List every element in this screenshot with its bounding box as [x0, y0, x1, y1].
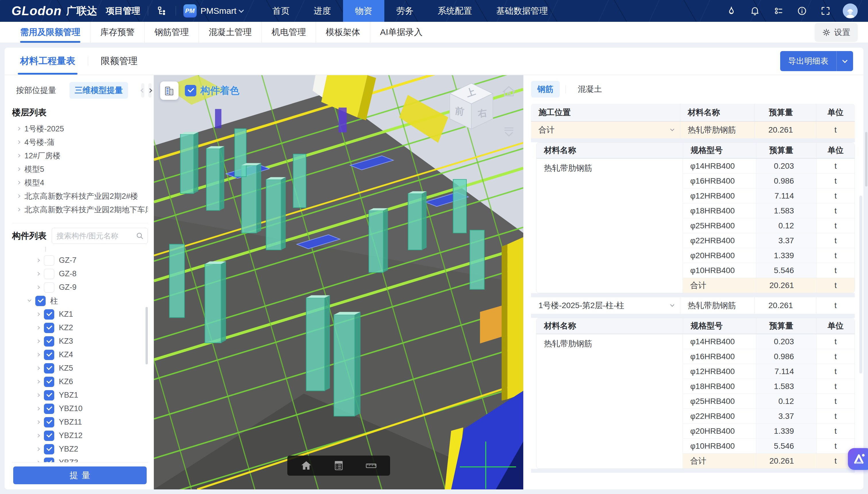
tab-stock-warning[interactable]: 库存预警	[90, 22, 144, 43]
mode-by-part[interactable]: 按部位提量	[12, 82, 60, 99]
spec-cell: φ22HRB400	[683, 409, 756, 423]
component-tree-item[interactable]: GZ-9	[12, 281, 148, 294]
checkbox[interactable]	[44, 309, 54, 320]
chevron-right-icon	[36, 434, 40, 437]
checkbox[interactable]	[44, 282, 54, 292]
component-tree-item[interactable]: KZ1	[12, 307, 148, 321]
settings-label: 设置	[834, 27, 850, 38]
component-colorize-toggle[interactable]: 构件着色	[185, 84, 239, 97]
checked-components: KZ1 KZ2 KZ3	[12, 307, 148, 462]
ai-assistant-button[interactable]	[848, 448, 868, 470]
component-tree-item[interactable]: KZ2	[12, 321, 148, 335]
component-tree-item[interactable]: GZ-7	[12, 253, 148, 267]
prev-button[interactable]	[141, 83, 144, 97]
checkbox[interactable]	[44, 269, 54, 279]
component-tree-item[interactable]: KZ6	[12, 375, 148, 388]
home-icon[interactable]	[300, 460, 312, 471]
info-icon[interactable]	[796, 5, 808, 17]
panel-scrollbar[interactable]	[860, 196, 862, 374]
navigation-cube[interactable]: 上 前 右	[447, 79, 519, 148]
nav-home[interactable]: 首页	[260, 0, 302, 22]
tab-demand-quota[interactable]: 需用及限额管理	[10, 22, 90, 43]
settings-button[interactable]: 设置	[815, 23, 858, 42]
ai-logo-icon	[851, 452, 866, 467]
tab-material-quantity[interactable]: 材料工程量表	[18, 48, 77, 75]
checkbox[interactable]	[44, 417, 54, 428]
bim-3d-viewport[interactable]: 构件着色 上 前 右	[154, 75, 523, 489]
spec-cell: φ14HRB400	[683, 334, 756, 349]
product-switcher[interactable]: PM PMSmart	[183, 0, 243, 22]
org-tree-icon[interactable]	[155, 5, 168, 17]
ruler-icon[interactable]	[365, 460, 377, 471]
floor-tree-item[interactable]: 1号楼-2025	[12, 122, 148, 135]
component-tree-item[interactable]: YBZ1	[12, 388, 148, 402]
checkbox[interactable]	[44, 458, 54, 462]
floor-label: 北京高新数字科技产业园2期地下车库人防	[24, 205, 148, 215]
nav-materials[interactable]: 物资	[343, 0, 384, 22]
floor-tree-item[interactable]: 北京高新数字科技产业园2期地下车库人防	[12, 203, 148, 216]
next-button[interactable]	[148, 83, 151, 97]
component-tree-item[interactable]: YBZ12	[12, 429, 148, 442]
export-dropdown-caret[interactable]	[836, 51, 853, 71]
tab-formwork[interactable]: 模板架体	[316, 22, 370, 43]
user-avatar[interactable]	[843, 3, 858, 18]
floor-tree-item[interactable]: 模型4	[12, 176, 148, 189]
component-list-scrollbar[interactable]	[146, 307, 148, 364]
tab-concrete-material[interactable]: 混凝土	[572, 81, 608, 97]
checkbox[interactable]	[44, 255, 54, 266]
checkbox[interactable]	[44, 444, 54, 454]
group-row-floor2[interactable]: 1号楼-2025-第2层-柱-柱 热轧带肋钢筋 20.261 t	[531, 297, 855, 314]
checkbox[interactable]	[44, 404, 54, 414]
component-label: KZ5	[59, 364, 73, 373]
checkbox[interactable]	[44, 377, 54, 387]
floor-tree-item[interactable]: 北京高新数字科技产业园2期2#楼	[12, 189, 148, 203]
component-tree-item[interactable]: YBZ2	[12, 442, 148, 456]
export-detail-button[interactable]: 导出明细表	[780, 51, 853, 71]
tab-mep[interactable]: 机电管理	[261, 22, 316, 43]
checkbox[interactable]	[44, 350, 54, 360]
task-list-icon[interactable]	[772, 5, 785, 17]
component-group-item[interactable]: 柱	[12, 294, 148, 307]
tab-rebar-material[interactable]: 钢筋	[531, 81, 560, 97]
component-tree-item[interactable]: GZ-8	[12, 267, 148, 281]
checkbox[interactable]	[44, 431, 54, 441]
mode-3d-model[interactable]: 三维模型提量	[70, 82, 128, 99]
group-row-total[interactable]: 合计 热轧带肋钢筋 20.261 t	[531, 122, 855, 138]
checkbox[interactable]	[44, 363, 54, 374]
fullscreen-icon[interactable]	[819, 5, 832, 17]
checkbox[interactable]	[45, 247, 46, 252]
tab-ai-entry[interactable]: AI单据录入	[370, 22, 432, 43]
floor-tree-item[interactable]: 4号楼-蒲	[12, 135, 148, 149]
chevron-down-icon[interactable]	[670, 127, 674, 131]
floor-tree-item[interactable]: 12#厂房楼	[12, 149, 148, 163]
chevron-right-icon	[36, 407, 40, 411]
nav-labor[interactable]: 劳务	[384, 0, 426, 22]
floor-tree-item[interactable]: 模型5	[12, 163, 148, 176]
tab-quota-management[interactable]: 限额管理	[98, 48, 140, 75]
component-tree-item[interactable]: YBZ3	[12, 456, 148, 462]
nav-system-config[interactable]: 系统配置	[426, 0, 484, 22]
flame-icon[interactable]	[725, 5, 738, 17]
checkbox[interactable]	[44, 336, 54, 346]
tab-rebar[interactable]: 钢筋管理	[144, 22, 199, 43]
nav-progress[interactable]: 进度	[302, 0, 343, 22]
colorize-checkbox[interactable]	[185, 85, 196, 96]
checkbox[interactable]	[35, 296, 45, 306]
component-tree-item[interactable]: KZ5	[12, 361, 148, 375]
list-icon[interactable]	[333, 460, 344, 471]
building-view-button[interactable]	[160, 81, 179, 100]
component-tree-item[interactable]: YBZ10	[12, 402, 148, 415]
checkbox[interactable]	[44, 390, 54, 400]
floor-label: 模型5	[24, 164, 44, 174]
nav-base-data[interactable]: 基础数据管理	[484, 0, 560, 22]
checkbox[interactable]	[44, 323, 54, 333]
content-tabs-row: 材料工程量表 限额管理 导出明细表	[5, 48, 863, 75]
chevron-down-icon[interactable]	[670, 303, 674, 307]
component-tree-item[interactable]: YBZ11	[12, 415, 148, 429]
component-tree-item[interactable]: KZ3	[12, 335, 148, 348]
component-tree-item[interactable]: KZ4	[12, 348, 148, 361]
tab-concrete[interactable]: 混凝土管理	[199, 22, 261, 43]
extract-quantity-button[interactable]: 提量	[13, 467, 147, 484]
search-input[interactable]	[52, 228, 148, 244]
bell-icon[interactable]	[749, 5, 761, 17]
